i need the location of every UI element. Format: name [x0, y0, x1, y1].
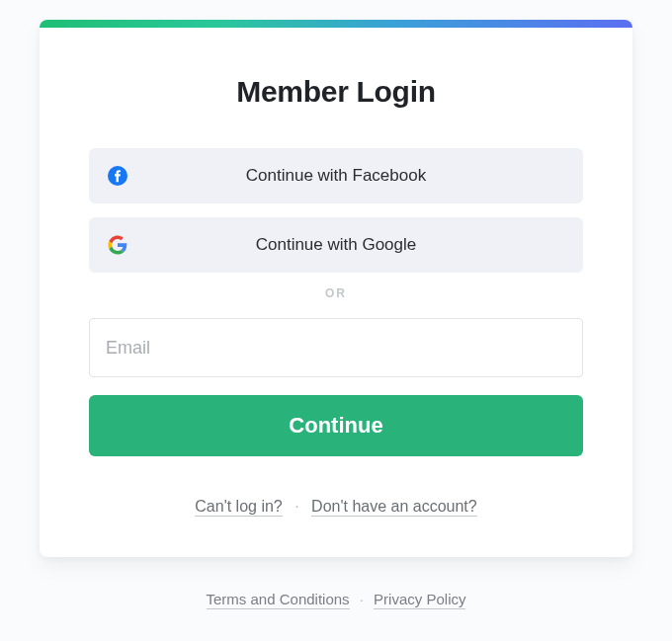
separator-dot: ·	[294, 498, 298, 515]
footer-links: Terms and Conditions · Privacy Policy	[207, 591, 466, 607]
privacy-link[interactable]: Privacy Policy	[374, 591, 465, 609]
accent-bar	[40, 20, 632, 28]
google-icon	[107, 234, 128, 256]
help-links: Can't log in? · Don't have an account?	[89, 498, 583, 516]
or-divider: OR	[89, 286, 583, 300]
page-title: Member Login	[89, 75, 583, 109]
email-field[interactable]	[89, 318, 583, 377]
terms-link[interactable]: Terms and Conditions	[207, 591, 350, 609]
card-body: Member Login Continue with Facebook Cont…	[40, 28, 632, 557]
continue-button[interactable]: Continue	[89, 395, 583, 456]
google-login-button[interactable]: Continue with Google	[89, 217, 583, 273]
facebook-button-label: Continue with Facebook	[128, 166, 565, 186]
cant-login-link[interactable]: Can't log in?	[195, 498, 282, 517]
facebook-icon	[107, 165, 128, 187]
no-account-link[interactable]: Don't have an account?	[311, 498, 477, 517]
facebook-login-button[interactable]: Continue with Facebook	[89, 148, 583, 203]
login-card: Member Login Continue with Facebook Cont…	[40, 20, 632, 557]
google-button-label: Continue with Google	[128, 235, 565, 255]
separator-dot: ·	[360, 591, 364, 607]
